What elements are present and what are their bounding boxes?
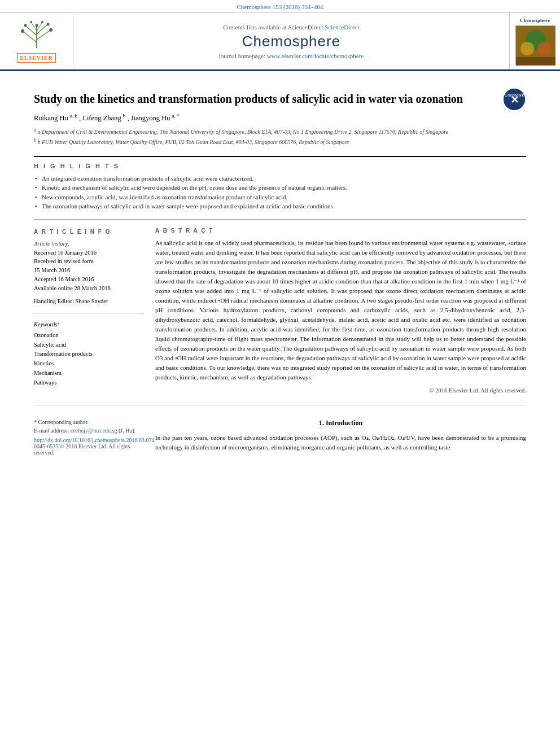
article-history-label: Article history:: [34, 239, 144, 248]
keyword-mechanism: Mechanism: [34, 369, 144, 378]
journal-info-center: Contents lists available at ScienceDirec…: [73, 13, 509, 69]
footer-section: * Corresponding author. E-mail address: …: [34, 405, 526, 456]
revised-form-label: Received in revised form: [34, 257, 144, 266]
keywords-divider: [34, 313, 144, 313]
svg-line-4: [37, 24, 48, 34]
keyword-transformation: Transformation products: [34, 350, 144, 359]
science-direct-link[interactable]: ScienceDirect: [325, 24, 360, 30]
journal-homepage-line: journal homepage: www.elsevier.com/locat…: [219, 53, 364, 59]
keyword-pathways: Pathways: [34, 378, 144, 388]
journal-cover-area: Chemosphere: [509, 13, 560, 69]
elsevier-tree-img: [11, 20, 62, 51]
email-label: E-mail address:: [34, 427, 69, 434]
svg-point-16: [520, 42, 534, 55]
authors-line: Ruikang Hu a, b , Lifeng Zhang b , Jiang…: [34, 113, 526, 123]
svg-rect-18: [516, 57, 555, 65]
intro-text: In the past ten years, ozone based advan…: [155, 433, 526, 452]
copyright-line: © 2016 Elsevier Ltd. All rights reserved…: [155, 387, 526, 394]
svg-point-11: [30, 21, 32, 23]
article-info-abstract-row: A R T I C L E I N F O Article history: R…: [34, 228, 526, 394]
svg-point-8: [49, 28, 53, 32]
svg-point-17: [537, 42, 551, 55]
journal-reference-bar: Chemosphere 153 (2016) 394–404: [0, 0, 560, 13]
abstract-column: A B S T R A C T As salicylic acid is one…: [155, 228, 526, 394]
keywords-title: Keywords:: [34, 320, 144, 329]
abstract-label: A B S T R A C T: [155, 228, 526, 234]
abstract-section: A B S T R A C T As salicylic acid is one…: [155, 228, 526, 394]
publisher-logo-area: ELSEVIER: [0, 13, 73, 69]
footer-left: * Corresponding author. E-mail address: …: [34, 419, 144, 456]
journal-header: ELSEVIER Contents lists available at Sci…: [0, 13, 560, 71]
author-jiangyong: Jiangyong Hu: [131, 114, 170, 122]
doi-link[interactable]: http://dx.doi.org/10.1016/j.chemosphere.…: [34, 437, 144, 443]
highlights-section: H I G H L I G H T S An integrated ozonat…: [34, 163, 526, 211]
revised-date: 15 March 2016: [34, 266, 144, 275]
affiliation-b: b b PUB Water Quality Laboratory, Water …: [34, 137, 526, 146]
footer-two-col: * Corresponding author. E-mail address: …: [34, 419, 526, 456]
svg-point-13: [35, 24, 38, 27]
author-lifeng: Lifeng Zhang: [82, 114, 121, 122]
email-line: E-mail address: ceehujy@nus.edu.sg (J. H…: [34, 427, 144, 434]
journal-homepage-url[interactable]: www.elsevier.com/locate/chemosphere: [267, 53, 364, 59]
highlight-item-2: Kinetic and mechanism of salicylic acid …: [34, 183, 526, 193]
article-info: A R T I C L E I N F O Article history: R…: [34, 228, 144, 388]
highlight-item-1: An integrated ozonation transformation p…: [34, 174, 526, 184]
article-info-label: A R T I C L E I N F O: [34, 228, 144, 236]
svg-point-10: [46, 23, 49, 26]
accepted-date: Accepted 16 March 2016: [34, 275, 144, 284]
highlights-label: H I G H L I G H T S: [34, 163, 526, 169]
intro-heading: 1. Introduction: [155, 419, 526, 427]
keyword-kinetics: Kinetics: [34, 359, 144, 369]
available-date: Available online 28 March 2016: [34, 284, 144, 293]
divider-after-highlights: [34, 219, 526, 220]
highlight-item-4: The ozonation pathways of salicylic acid…: [34, 202, 526, 211]
keyword-salicylic: Salicylic acid: [34, 340, 144, 350]
svg-text:CrossMark: CrossMark: [505, 93, 524, 97]
article-info-column: A R T I C L E I N F O Article history: R…: [34, 228, 144, 394]
intro-preview-column: 1. Introduction In the past ten years, o…: [155, 419, 526, 456]
highlight-item-3: New compounds, acrylic acid, was identif…: [34, 193, 526, 202]
abstract-text: As salicylic acid is one of widely used …: [155, 238, 526, 383]
crossmark-badge: ✕ CrossMark: [504, 89, 526, 111]
svg-point-12: [41, 21, 43, 23]
svg-point-7: [21, 29, 24, 33]
affiliation-a: a a Department of Civil & Environmental …: [34, 127, 526, 136]
email-link[interactable]: ceehujy@nus.edu.sg: [71, 427, 117, 434]
article-title: Study on the kinetics and transformation…: [34, 91, 526, 106]
svg-line-3: [25, 25, 37, 36]
main-content: ✕ CrossMark Study on the kinetics and tr…: [0, 71, 560, 467]
corresponding-note: * Corresponding author.: [34, 419, 144, 425]
journal-cover-image: [515, 25, 555, 65]
journal-reference-text: Chemosphere 153 (2016) 394–404: [237, 3, 323, 10]
svg-line-1: [23, 31, 37, 42]
received-date: Received 16 January 2016: [34, 248, 144, 257]
keyword-ozonation: Ozonation: [34, 331, 144, 340]
svg-line-2: [37, 30, 51, 40]
science-direct-line: Contents lists available at ScienceDirec…: [223, 24, 360, 30]
cover-title: Chemosphere: [520, 18, 550, 23]
divider-thick: [34, 156, 526, 157]
keywords-section: Keywords: Ozonation Salicylic acid Trans…: [34, 313, 144, 388]
author-ruikang: Ruikang Hu: [34, 114, 68, 122]
handling-editor: Handling Editor: Shane Snyder: [34, 297, 144, 306]
email-suffix: (J. Hu).: [119, 427, 135, 434]
elsevier-logo-text: ELSEVIER: [17, 53, 56, 63]
affiliations: a a Department of Civil & Environmental …: [34, 127, 526, 147]
rights-line: 0045-6535/© 2016 Elsevier Ltd. All right…: [34, 443, 144, 456]
journal-title: Chemosphere: [242, 33, 340, 50]
svg-point-9: [24, 24, 27, 27]
